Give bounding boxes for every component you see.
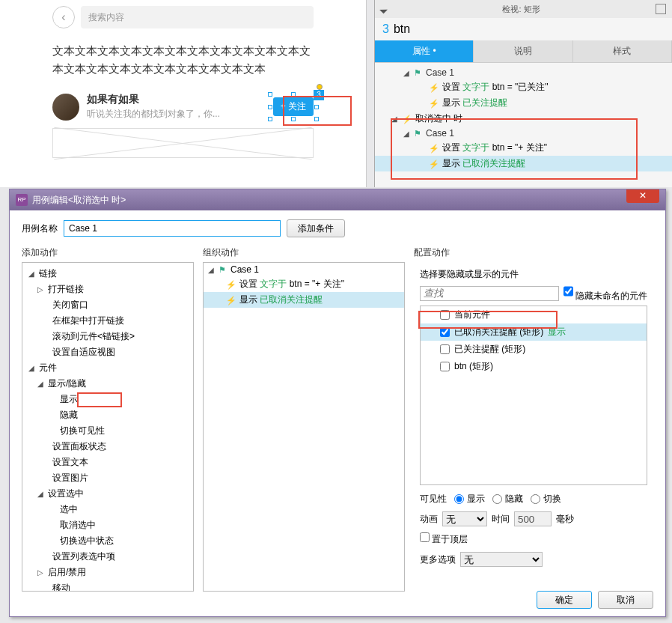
cancel-button[interactable]: 取消 [598, 591, 653, 609]
tree-action[interactable]: 显示 已取消关注提醒 [442, 157, 525, 170]
close-button[interactable]: ✕ [626, 189, 659, 203]
action-move[interactable]: 移动 [52, 582, 70, 592]
widget-search-input[interactable] [420, 286, 559, 301]
action-open-frame[interactable]: 在框架中打开链接 [52, 314, 124, 327]
action-show-hide[interactable]: 显示/隐藏 [48, 377, 86, 390]
action-close-window[interactable]: 关闭窗口 [52, 299, 88, 312]
action-scroll-to[interactable]: 滚动到元件<锚链接> [52, 330, 135, 343]
tree-case2[interactable]: Case 1 [426, 128, 454, 139]
inspector-title: 检视: 矩形 [387, 4, 656, 15]
tree-event[interactable]: 取消选中 时 [415, 112, 462, 125]
time-input [514, 511, 552, 526]
action-show[interactable]: 显示 [60, 393, 78, 406]
tree-action[interactable]: 显示 已关注提醒 [442, 97, 507, 109]
inspector-panel: ◢ 检视: 矩形 3 btn 属性• 说明 样式 ◢Case 1 设置 文字于 … [374, 0, 672, 187]
radio-toggle[interactable]: 切换 [531, 493, 561, 505]
radio-show[interactable]: 显示 [454, 493, 485, 505]
dialog-title-text: 用例编辑<取消选中 时> [32, 194, 126, 207]
col2-header: 组织动作 [203, 246, 405, 262]
dialog-titlebar[interactable]: RP 用例编辑<取消选中 时> ✕ [10, 189, 665, 210]
more-select[interactable]: 无 [460, 552, 543, 567]
avatar [52, 94, 79, 121]
action-unselected[interactable]: 取消选中 [60, 519, 96, 532]
action-open-link[interactable]: 打开链接 [48, 283, 84, 296]
user-desc: 听说关注我的都找到对象了，你... [87, 108, 266, 121]
footnote-badge: 3 [314, 90, 324, 100]
time-unit: 毫秒 [556, 513, 574, 526]
bring-front-checkbox[interactable]: 置于顶层 [420, 532, 468, 546]
radio-hide[interactable]: 隐藏 [492, 493, 523, 505]
action-node-selected[interactable]: 显示 已取消关注提醒 [239, 294, 323, 306]
config-select-label: 选择要隐藏或显示的元件 [420, 268, 647, 281]
action-node[interactable]: 设置 文字于 btn = "+ 关注" [239, 278, 344, 291]
widget-row-btn[interactable]: btn (矩形) [421, 358, 647, 375]
search-input[interactable]: 搜索内容 [81, 6, 314, 28]
action-list-sel[interactable]: 设置列表选中项 [52, 550, 115, 563]
widget-row-current[interactable]: 当前元件 [421, 306, 647, 323]
content-text: 文本文本文本文本文本文本文本文本文本文本文本文本文本文本文本文本文本文本文本文本… [0, 34, 366, 85]
action-toggle-sel[interactable]: 切换选中状态 [60, 535, 114, 547]
case-name-label: 用例名称 [22, 222, 58, 235]
shape-number: 3 [382, 22, 389, 36]
case-name-input[interactable] [64, 220, 281, 237]
anim-select[interactable]: 无 [442, 511, 487, 526]
shape-name[interactable]: btn [394, 22, 410, 36]
action-toggle-vis[interactable]: 切换可见性 [60, 425, 105, 437]
action-selected[interactable]: 选中 [60, 503, 78, 516]
visibility-label: 可见性 [420, 493, 447, 505]
action-panel-state[interactable]: 设置面板状态 [52, 440, 106, 453]
image-placeholder [52, 128, 314, 158]
case-editor-dialog: RP 用例编辑<取消选中 时> ✕ 用例名称 添加条件 添加动作 ◢链接 ▷打开… [9, 189, 666, 617]
app-icon: RP [16, 194, 28, 206]
add-condition-button[interactable]: 添加条件 [287, 219, 345, 237]
preview-canvas: ‹ 搜索内容 文本文本文本文本文本文本文本文本文本文本文本文本文本文本文本文本文… [0, 0, 367, 187]
action-set-image[interactable]: 设置图片 [52, 472, 88, 484]
col1-header: 添加动作 [22, 246, 194, 262]
hide-unnamed-checkbox[interactable]: 隐藏未命名的元件 [563, 284, 647, 303]
back-icon[interactable]: ‹ [52, 6, 75, 28]
case-node[interactable]: Case 1 [230, 264, 259, 275]
anim-label: 动画 [420, 513, 438, 526]
widget-row-follow-remind[interactable]: 已关注提醒 (矩形) [421, 341, 647, 358]
action-group-links[interactable]: 链接 [39, 267, 57, 280]
action-hide[interactable]: 隐藏 [60, 409, 78, 422]
tree-action[interactable]: 设置 文字于 btn = "已关注" [442, 81, 549, 94]
tree-action[interactable]: 设置 文字于 btn = "+ 关注" [442, 142, 547, 154]
tab-style[interactable]: 样式 [573, 40, 672, 62]
action-enable-disable[interactable]: 启用/禁用 [48, 566, 86, 579]
col3-header: 配置动作 [414, 246, 653, 262]
action-set-selected[interactable]: 设置选中 [48, 487, 84, 500]
ok-button[interactable]: 确定 [537, 591, 592, 609]
username: 如果有如果 [87, 93, 266, 106]
tab-notes[interactable]: 说明 [474, 40, 572, 62]
notes-icon[interactable] [656, 4, 666, 14]
tree-case1[interactable]: Case 1 [426, 67, 454, 78]
follow-button-selected[interactable]: + 关注 3 [273, 97, 314, 116]
action-set-text[interactable]: 设置文本 [52, 456, 88, 469]
widget-row-cancel-follow[interactable]: 已取消关注提醒 (矩形) 显示 [421, 323, 647, 341]
action-adaptive[interactable]: 设置自适应视图 [52, 346, 115, 359]
time-label: 时间 [492, 513, 510, 526]
action-group-widgets[interactable]: 元件 [39, 362, 57, 374]
tab-properties[interactable]: 属性• [375, 40, 474, 62]
more-label: 更多选项 [420, 553, 456, 566]
